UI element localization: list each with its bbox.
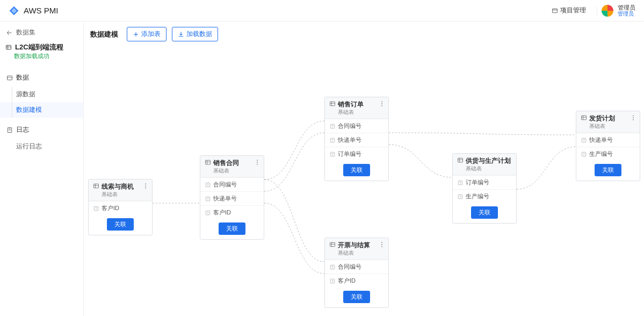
node-menu-icon[interactable] bbox=[379, 241, 385, 249]
node-menu-icon[interactable] bbox=[142, 183, 149, 191]
svg-text:T: T bbox=[207, 183, 209, 186]
node-field-row[interactable]: T客户ID bbox=[200, 205, 264, 219]
node-field-row[interactable]: T合同编号 bbox=[325, 260, 388, 274]
field-icon: T bbox=[329, 278, 336, 284]
svg-rect-56 bbox=[458, 158, 463, 162]
svg-point-49 bbox=[381, 242, 382, 243]
relation-edge bbox=[264, 121, 324, 179]
node-footer: 关联 bbox=[576, 161, 640, 181]
node-title: 开票与结算 bbox=[338, 241, 370, 249]
nav-source-data[interactable]: 源数据 bbox=[0, 87, 83, 102]
node-field-row[interactable]: T快递单号 bbox=[576, 133, 640, 147]
node-field-row[interactable]: T快递单号 bbox=[325, 133, 388, 147]
node-title: 发货计划 bbox=[589, 114, 615, 122]
svg-text:T: T bbox=[331, 125, 334, 128]
field-label: 生产编号 bbox=[466, 192, 489, 200]
user-menu[interactable]: 管理员 管理员 bbox=[602, 4, 635, 17]
table-icon bbox=[581, 114, 587, 121]
field-icon: T bbox=[205, 196, 211, 202]
field-icon: T bbox=[205, 210, 211, 216]
node-field-row[interactable]: T客户ID bbox=[325, 274, 388, 288]
relate-button[interactable]: 关联 bbox=[595, 164, 621, 176]
field-label: 客户ID bbox=[338, 277, 356, 285]
load-data-button[interactable]: 加载数据 bbox=[172, 27, 218, 41]
table-node[interactable]: 销售订单 基础表 T合同编号T快递单号T订单编号关联 bbox=[324, 97, 389, 181]
node-header[interactable]: 销售合同 基础表 bbox=[200, 156, 264, 177]
node-header[interactable]: 线索与商机 基础表 bbox=[89, 179, 152, 201]
relate-button[interactable]: 关联 bbox=[107, 218, 134, 231]
table-node[interactable]: 线索与商机 基础表 T客户ID关联 bbox=[88, 179, 153, 235]
toolbar-title: 数据建模 bbox=[90, 30, 118, 39]
node-subtitle: 基础表 bbox=[338, 249, 370, 257]
project-mgmt-link[interactable]: 项目管理 bbox=[552, 6, 586, 15]
field-icon: T bbox=[581, 137, 587, 143]
svg-point-69 bbox=[633, 115, 634, 116]
table-node[interactable]: 开票与结算 基础表 T合同编号T客户ID关联 bbox=[324, 238, 389, 308]
svg-point-27 bbox=[257, 164, 258, 165]
back-link[interactable]: 数据集 bbox=[0, 26, 83, 39]
svg-point-37 bbox=[381, 101, 382, 102]
relate-button[interactable]: 关联 bbox=[219, 222, 245, 235]
relation-edge bbox=[264, 179, 324, 262]
relate-button[interactable]: 关联 bbox=[343, 164, 370, 176]
node-header[interactable]: 开票与结算 基础表 bbox=[325, 238, 388, 260]
svg-text:T: T bbox=[459, 195, 461, 198]
project-name: L2C端到端流程 bbox=[15, 42, 63, 52]
node-menu-icon[interactable] bbox=[379, 100, 385, 109]
svg-text:T: T bbox=[331, 139, 334, 142]
node-title: 销售订单 bbox=[338, 100, 364, 108]
node-menu-icon[interactable] bbox=[506, 157, 513, 165]
relation-edge bbox=[389, 145, 452, 177]
table-node[interactable]: 销售合同 基础表 T合同编号T快递单号T客户ID关联 bbox=[200, 155, 264, 240]
nav-data-model[interactable]: 数据建模 bbox=[0, 102, 83, 118]
node-field-row[interactable]: T订单编号 bbox=[453, 175, 516, 189]
node-header[interactable]: 销售订单 基础表 bbox=[325, 97, 388, 119]
relate-button[interactable]: 关联 bbox=[343, 291, 370, 303]
node-footer: 关联 bbox=[453, 203, 516, 223]
node-footer: 关联 bbox=[325, 288, 388, 307]
svg-text:T: T bbox=[459, 181, 461, 184]
svg-point-70 bbox=[633, 117, 634, 118]
node-header[interactable]: 供货与生产计划 基础表 bbox=[453, 154, 516, 175]
nav-run-log[interactable]: 运行日志 bbox=[0, 139, 83, 154]
relate-button[interactable]: 关联 bbox=[471, 206, 498, 219]
node-subtitle: 基础表 bbox=[466, 165, 511, 173]
svg-point-50 bbox=[381, 244, 382, 245]
node-title: 供货与生产计划 bbox=[466, 157, 511, 164]
node-title: 销售合同 bbox=[213, 159, 239, 167]
node-field-row[interactable]: T生产编号 bbox=[576, 147, 640, 161]
node-field-row[interactable]: T合同编号 bbox=[200, 177, 264, 191]
field-label: 订单编号 bbox=[338, 150, 361, 158]
node-menu-icon[interactable] bbox=[630, 114, 636, 123]
svg-point-60 bbox=[509, 160, 510, 161]
app-logo-icon bbox=[9, 5, 19, 16]
header-divider bbox=[597, 6, 597, 15]
node-field-row[interactable]: T客户ID bbox=[89, 201, 152, 215]
field-icon: T bbox=[329, 151, 336, 157]
node-field-row[interactable]: T订单编号 bbox=[325, 147, 388, 161]
field-icon: T bbox=[457, 193, 464, 200]
avatar bbox=[602, 5, 613, 17]
node-menu-icon[interactable] bbox=[254, 159, 261, 167]
table-icon bbox=[205, 159, 211, 166]
node-subtitle: 基础表 bbox=[338, 109, 364, 116]
node-title: 线索与商机 bbox=[102, 183, 134, 190]
model-canvas[interactable]: 线索与商机 基础表 T客户ID关联 销售合同 基础表 T合同编号T快递单号T客户… bbox=[84, 43, 644, 316]
field-label: 合同编号 bbox=[338, 263, 361, 271]
sidebar: 数据集 L2C端到端流程 数据加载成功 数据 源数据 数据建模 日志 运行日志 bbox=[0, 21, 84, 316]
node-field-row[interactable]: T快递单号 bbox=[200, 191, 264, 205]
node-field-row[interactable]: T合同编号 bbox=[325, 119, 388, 133]
svg-point-38 bbox=[381, 103, 382, 104]
svg-text:T: T bbox=[331, 279, 334, 283]
field-label: 合同编号 bbox=[213, 181, 237, 189]
field-label: 订单编号 bbox=[466, 178, 489, 186]
field-label: 快递单号 bbox=[213, 195, 237, 203]
node-header[interactable]: 发货计划 基础表 bbox=[576, 111, 640, 133]
node-field-row[interactable]: T生产编号 bbox=[453, 189, 516, 203]
table-node[interactable]: 供货与生产计划 基础表 T订单编号T生产编号关联 bbox=[452, 153, 517, 224]
add-table-button[interactable]: 添加表 bbox=[127, 27, 167, 41]
node-footer: 关联 bbox=[89, 215, 152, 235]
table-node[interactable]: 发货计划 基础表 T快递单号T生产编号关联 bbox=[576, 111, 640, 181]
svg-rect-46 bbox=[330, 242, 335, 247]
relation-edge bbox=[389, 133, 576, 135]
